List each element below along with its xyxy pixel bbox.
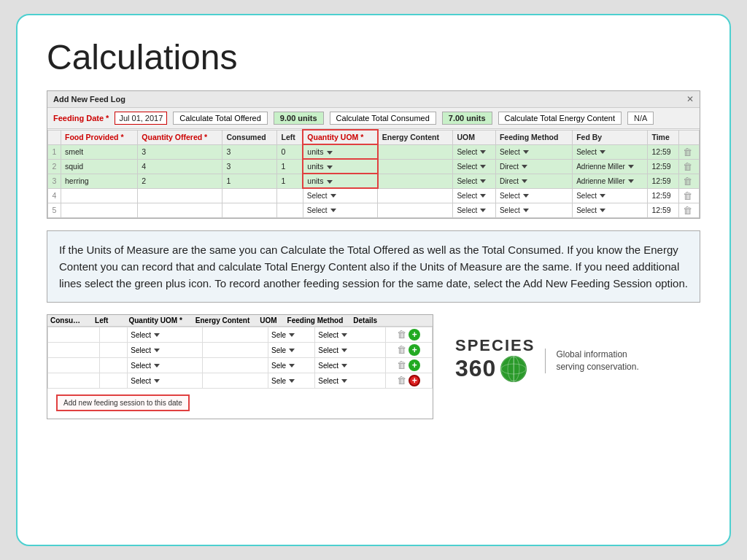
uom-select[interactable]: Select	[131, 346, 199, 354]
fedby-select[interactable]: Select	[576, 192, 643, 200]
uom2-arrow[interactable]	[480, 150, 486, 154]
trash-icon[interactable]: 🗑	[397, 375, 406, 386]
uom2-arrow[interactable]	[289, 364, 295, 368]
uom-select[interactable]: Select	[131, 331, 199, 339]
method-cell[interactable]: Select	[315, 327, 385, 343]
trash-icon[interactable]: 🗑	[683, 176, 692, 187]
fedby-select[interactable]: Select	[576, 206, 643, 214]
uom2-arrow[interactable]	[480, 179, 486, 183]
method-select[interactable]: Select	[318, 377, 382, 385]
trash-icon[interactable]: 🗑	[683, 147, 692, 158]
trash-icon[interactable]: 🗑	[683, 205, 692, 216]
uom2-select[interactable]: Sele	[271, 331, 311, 339]
method-select[interactable]: Select	[318, 346, 382, 354]
calc-total-offered-button[interactable]: Calculate Total Offered	[173, 112, 268, 125]
uom-arrow[interactable]	[330, 194, 336, 198]
uom-select[interactable]: Select	[131, 362, 199, 370]
fedby-arrow[interactable]	[600, 150, 605, 154]
add-row-button-highlighted[interactable]: +	[409, 375, 420, 386]
method-select[interactable]: Select	[500, 206, 568, 214]
add-row-button[interactable]: +	[409, 329, 420, 341]
method-select[interactable]: Select	[318, 331, 382, 339]
uom2-select[interactable]: Sele	[271, 362, 311, 370]
uom-select[interactable]: Select	[307, 192, 374, 200]
trash-cell[interactable]: 🗑	[679, 203, 700, 217]
fedby-select[interactable]: Select	[576, 148, 643, 156]
method-select[interactable]: Select	[500, 148, 568, 156]
uom2-arrow[interactable]	[289, 349, 295, 352]
uom-dropdown-arrow[interactable]	[327, 180, 333, 184]
trash-icon[interactable]: 🗑	[683, 161, 692, 172]
method-arrow[interactable]	[522, 179, 527, 183]
method-arrow[interactable]	[523, 194, 529, 198]
date-input[interactable]: Jul 01, 2017	[115, 112, 167, 125]
method-arrow[interactable]	[341, 349, 347, 352]
uom-select[interactable]: Select	[131, 377, 199, 385]
close-icon[interactable]: ✕	[686, 94, 694, 104]
uom2-select[interactable]: Select	[457, 206, 491, 214]
method-arrow[interactable]	[522, 165, 527, 168]
add-row-button[interactable]: +	[409, 359, 420, 371]
uom2-select[interactable]: Select	[457, 148, 491, 156]
add-session-button[interactable]: Add new feeding session to this date	[56, 394, 190, 411]
uom2-cell[interactable]: Sele	[268, 358, 315, 373]
method-select[interactable]: Direct	[500, 163, 568, 171]
uom2-select[interactable]: Select	[457, 192, 491, 200]
uom-arrow[interactable]	[330, 209, 336, 212]
fedby-select[interactable]: Adrienne Miller	[576, 163, 643, 171]
trash-icon[interactable]: 🗑	[397, 329, 406, 340]
trash-cell[interactable]: 🗑	[679, 174, 700, 188]
calc-energy-button[interactable]: Calculate Total Energy Content	[498, 112, 622, 125]
uom2-select[interactable]: Select	[457, 163, 491, 171]
uom-cell[interactable]: units	[303, 159, 377, 174]
fedby-select[interactable]: Adrienne Miller	[576, 177, 643, 185]
uom-cell[interactable]: Select	[303, 188, 377, 203]
uom-select[interactable]: Select	[307, 206, 374, 214]
uom-cell[interactable]: units	[303, 174, 377, 188]
method-arrow[interactable]	[523, 209, 529, 212]
add-row-button[interactable]: +	[409, 344, 420, 356]
trash-cell[interactable]: 🗑	[679, 159, 700, 174]
method-arrow[interactable]	[523, 150, 529, 154]
method-select[interactable]: Direct	[500, 177, 568, 185]
uom2-arrow[interactable]	[480, 194, 486, 198]
method-arrow[interactable]	[341, 333, 347, 337]
method-cell[interactable]: Select	[315, 343, 385, 358]
uom2-select[interactable]: Select	[457, 177, 491, 185]
uom-cell[interactable]: units	[303, 144, 377, 159]
uom-dropdown-arrow[interactable]	[327, 151, 333, 155]
method-arrow[interactable]	[341, 379, 347, 383]
fedby-arrow[interactable]	[628, 179, 634, 183]
uom2-arrow[interactable]	[480, 165, 486, 168]
trash-icon[interactable]: 🗑	[397, 344, 406, 355]
fedby-arrow[interactable]	[628, 165, 634, 168]
uom-arrow[interactable]	[154, 379, 160, 383]
uom-cell[interactable]: Select	[303, 203, 377, 217]
uom2-select[interactable]: Sele	[271, 346, 311, 354]
uom-cell[interactable]: Select	[128, 373, 203, 389]
trash-icon[interactable]: 🗑	[397, 359, 406, 370]
uom2-arrow[interactable]	[289, 379, 295, 383]
uom2-cell[interactable]: Sele	[268, 343, 315, 358]
trash-cell[interactable]: 🗑	[679, 144, 700, 159]
uom2-cell[interactable]: Sele	[268, 373, 315, 389]
uom-arrow[interactable]	[154, 364, 160, 368]
calc-total-consumed-button[interactable]: Calculate Total Consumed	[330, 112, 436, 125]
method-select[interactable]: Select	[318, 362, 382, 370]
fedby-arrow[interactable]	[600, 209, 605, 212]
uom2-select[interactable]: Sele	[271, 377, 311, 385]
method-arrow[interactable]	[341, 364, 347, 368]
uom2-arrow[interactable]	[480, 209, 486, 212]
method-select[interactable]: Select	[500, 192, 568, 200]
trash-icon[interactable]: 🗑	[683, 190, 692, 201]
trash-cell[interactable]: 🗑	[679, 188, 700, 203]
uom2-arrow[interactable]	[289, 333, 295, 337]
method-cell[interactable]: Select	[315, 373, 385, 389]
uom-cell[interactable]: Select	[128, 343, 203, 358]
uom-dropdown-arrow[interactable]	[327, 166, 333, 169]
uom2-cell[interactable]: Sele	[268, 327, 315, 343]
method-cell[interactable]: Select	[315, 358, 385, 373]
uom-arrow[interactable]	[154, 349, 160, 352]
fedby-arrow[interactable]	[600, 194, 605, 198]
uom-arrow[interactable]	[154, 333, 160, 337]
